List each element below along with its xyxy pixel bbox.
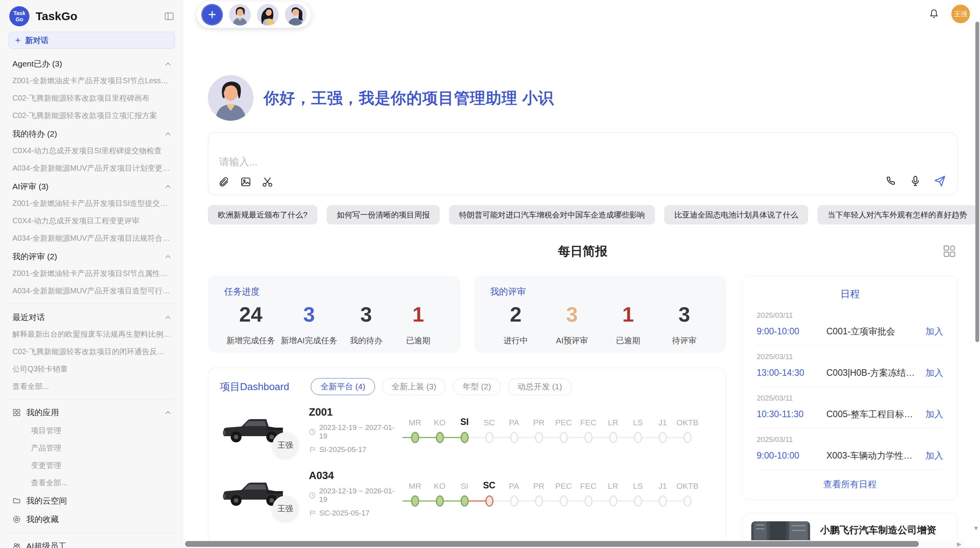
sidebar-item-cloud-space[interactable]: 我的云空间 (9, 491, 175, 510)
sidebar-item[interactable]: A034-全新新能源MUV产品开发项目造型可行性评审 (9, 282, 175, 300)
assistant-avatar-1[interactable] (229, 4, 251, 26)
scroll-down-arrow-icon[interactable]: ▼ (973, 525, 979, 531)
suggestion-chip[interactable]: 如何写一份清晰的项目周报 (327, 205, 440, 224)
recent-chat-item[interactable]: C02-飞腾新能源轻客改款项目的闭环通告反馈情况 (9, 343, 175, 360)
assistant-avatar-2[interactable] (257, 4, 279, 26)
app-title: TaskGo (36, 10, 158, 23)
stat-new-ai-completed: 3 新增AI完成任务 (281, 303, 338, 346)
sidebar-item[interactable]: A034-全新新能源MUV产品开发项目计划变更表编写 (9, 159, 175, 177)
schedule-item: 2025/03/11 9:00-10:00 X003-车辆动力学性能验... 加… (757, 428, 943, 470)
tab-model-year[interactable]: 年型 (2) (453, 378, 501, 395)
tab-new-body[interactable]: 全新上装 (3) (382, 378, 446, 395)
schedule-date: 2025/03/11 (757, 311, 943, 320)
sidebar-item[interactable]: C0X4-动力总成开发项目SI里程碑提交物检查 (9, 142, 175, 159)
send-icon[interactable] (933, 175, 946, 188)
attachment-icon[interactable] (218, 176, 230, 188)
project-row-z001[interactable]: 王强 Z001 2023-12-19 ~ 2027-01-19 SI-2025-… (220, 411, 714, 449)
sidebar-collapse-icon[interactable] (164, 12, 174, 21)
milestone-dot (510, 432, 518, 443)
layout-grid-icon[interactable] (943, 245, 956, 258)
schedule-card: 日程 2025/03/11 9:00-10:00 C001-立项审批会 加入 2… (742, 276, 958, 500)
sidebar-item[interactable]: C02-飞腾新能源轻客改款项目立项汇报方案 (9, 107, 175, 124)
app-item-change-mgmt[interactable]: 变更管理 (9, 457, 175, 474)
recent-chat-item[interactable]: 公司Q3轻卡销量 (9, 360, 175, 378)
chevron-up-icon[interactable] (165, 255, 171, 259)
app-item-project-mgmt[interactable]: 项目管理 (9, 422, 175, 439)
bell-icon[interactable] (928, 8, 940, 20)
image-icon[interactable] (240, 176, 252, 188)
phone-icon[interactable] (885, 175, 898, 187)
sidebar-item[interactable]: C0X4-动力总成开发项目工程变更评审 (9, 212, 175, 229)
stat-label: AI预评审 (549, 335, 595, 346)
chat-input[interactable] (219, 155, 744, 172)
recent-chats-view-all[interactable]: 查看全部... (9, 378, 175, 395)
apps-view-all[interactable]: 查看全部... (9, 474, 175, 491)
tab-powertrain[interactable]: 动总开发 (1) (508, 378, 572, 395)
section-my-review[interactable]: 我的评审 (2) (9, 247, 175, 265)
sidebar-item-ai-super-staff[interactable]: AI超级员工 (9, 537, 175, 548)
sidebar-item[interactable]: Z001-全新燃油皮卡产品开发项目SI节点Lesson Learn报告 (9, 72, 175, 89)
join-link[interactable]: 加入 (925, 408, 943, 420)
sidebar-item[interactable]: C02-飞腾新能源轻客改款项目里程碑画布 (9, 89, 175, 107)
milestone-dot (584, 495, 593, 507)
my-review-card: 我的评审 2 进行中 3 AI预评审 1 (474, 276, 726, 353)
suggestion-chip[interactable]: 特朗普可能对进口汽车增税会对中国车企造成哪些影响 (449, 205, 655, 224)
horizontal-scrollbar[interactable]: ▶ (184, 540, 965, 548)
add-assistant-button[interactable]: + (201, 4, 223, 26)
join-link[interactable]: 加入 (925, 450, 943, 462)
sidebar-item[interactable]: Z001-全新燃油轻卡产品开发项目SI节点属性5D文件评审 (9, 265, 175, 282)
divider (9, 399, 175, 399)
section-recent-chats[interactable]: 最近对话 (9, 308, 175, 325)
chevron-up-icon[interactable] (165, 132, 171, 136)
clock-icon (309, 428, 315, 435)
schedule-item: 2025/03/11 13:00-14:30 C003|H0B-方案冻结评审 加… (757, 346, 943, 387)
section-ai-review[interactable]: AI评审 (3) (9, 177, 175, 195)
assistant-avatar-3[interactable] (285, 4, 307, 26)
chevron-up-icon[interactable] (165, 185, 171, 188)
sidebar-item[interactable]: Z001-全新燃油轻卡产品开发项目SI造型提交物评审 (9, 195, 175, 212)
join-link[interactable]: 加入 (925, 325, 943, 337)
milestone-dot (584, 432, 593, 443)
chevron-up-icon[interactable] (165, 411, 171, 414)
tab-new-platform[interactable]: 全新平台 (4) (311, 378, 375, 395)
project-flag: SI-2025-05-17 (309, 445, 400, 454)
section-my-todo[interactable]: 我的待办 (2) (9, 124, 175, 142)
milestone-si: SI (452, 478, 477, 509)
view-all-schedule-link[interactable]: 查看所有日程 (757, 470, 943, 490)
chevron-up-icon[interactable] (165, 316, 171, 319)
chevron-up-icon[interactable] (165, 62, 171, 66)
stat-value: 3 (281, 303, 338, 326)
milestone-oktb: OKTB (675, 478, 700, 509)
project-code: Z001 (309, 406, 400, 418)
recent-chat-item[interactable]: 解释最新出台的欧盟报废车法规再生塑料比例被调至15%... (9, 325, 175, 343)
section-agent-done[interactable]: Agent已办 (3) (9, 54, 175, 72)
plus-icon: + (15, 36, 21, 45)
clock-icon (309, 492, 315, 499)
suggestion-chip[interactable]: 比亚迪全固态电池计划具体说了什么 (664, 205, 808, 224)
section-my-apps[interactable]: 我的应用 (9, 403, 175, 422)
sidebar-item-favorites[interactable]: 我的收藏 (9, 510, 175, 529)
card-title: 我的评审 (490, 286, 710, 298)
milestone-dot (510, 495, 518, 507)
vertical-scrollbar-thumb[interactable] (975, 22, 979, 342)
stat-value: 3 (661, 303, 708, 326)
user-avatar[interactable]: 王强 (951, 5, 970, 23)
suggestion-chip[interactable]: 欧洲新规最近颁布了什么? (208, 205, 317, 224)
milestone-j1: J1 (650, 415, 675, 445)
app-item-product-mgmt[interactable]: 产品管理 (9, 439, 175, 457)
project-row-a034[interactable]: 王强 A034 2023-12-19 ~ 2026-01-19 SC-2025-… (220, 474, 714, 513)
suggestion-chip[interactable]: 当下年轻人对汽车外观有怎样的喜好趋势 (817, 205, 977, 224)
sidebar-item[interactable]: A034-全新新能源MUV产品开发项目法规符合性评审 (9, 229, 175, 247)
scissors-icon[interactable] (262, 176, 273, 188)
join-link[interactable]: 加入 (925, 367, 943, 379)
new-chat-button[interactable]: + 新对话 (9, 32, 175, 49)
daily-briefing-title: 每日简报 (558, 243, 608, 260)
stat-new-completed: 24 新增完成任务 (226, 303, 275, 346)
microphone-icon[interactable] (909, 175, 922, 187)
stat-value: 3 (549, 303, 595, 326)
scroll-right-arrow-icon[interactable]: ▶ (957, 541, 961, 548)
milestone-dot (436, 432, 444, 443)
horizontal-scrollbar-thumb[interactable] (185, 541, 919, 547)
greeting-title: 你好，王强，我是你的项目管理助理 小识 (264, 87, 554, 109)
schedule-event-title: C005-整车工程目标评审 (826, 408, 921, 420)
